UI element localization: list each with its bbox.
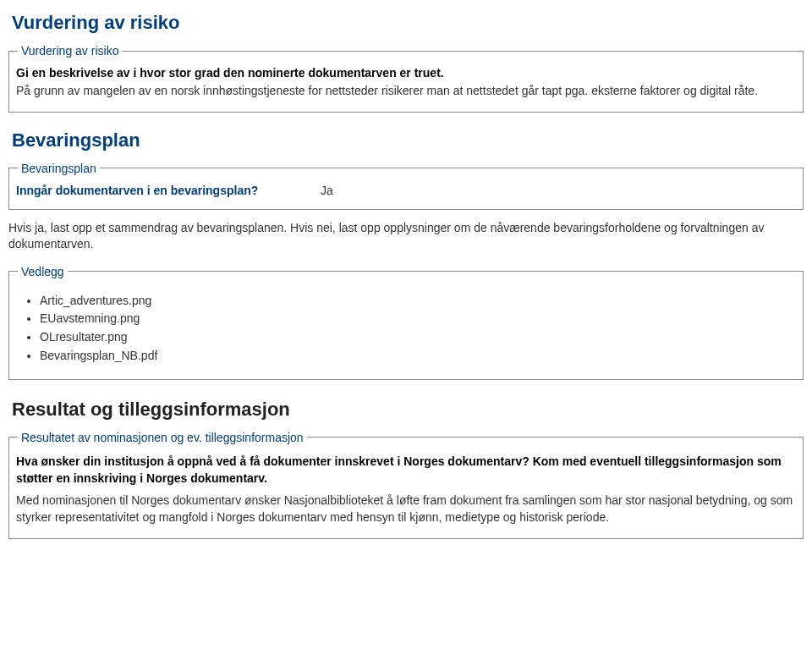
preservation-answer: Ja	[321, 184, 333, 197]
preservation-qa-row: Inngår dokumentarven i en bevaringsplan?…	[16, 184, 796, 197]
risk-prompt: Gi en beskrivelse av i hvor stor grad de…	[16, 66, 796, 80]
fieldset-result: Resultatet av nominasjonen og ev. tilleg…	[8, 431, 804, 539]
result-question: Hva ønsker din institusjon å oppnå ved å…	[16, 453, 796, 487]
attachment-item: OLresultater.png	[40, 328, 796, 347]
fieldset-risk: Vurdering av risiko Gi en beskrivelse av…	[8, 44, 804, 113]
legend-attachments: Vedlegg	[18, 265, 68, 278]
preservation-instruction: Hvis ja, last opp et sammendrag av bevar…	[8, 220, 804, 253]
risk-body: På grunn av mangelen av en norsk innhøst…	[16, 83, 796, 100]
fieldset-attachments: Vedlegg Artic_adventures.png EUavstemnin…	[8, 265, 804, 380]
legend-risk: Vurdering av risiko	[18, 44, 122, 58]
attachment-item: Artic_adventures.png	[40, 292, 796, 311]
result-answer: Med nominasjonen til Norges dokumentarv …	[16, 492, 796, 526]
attachment-item: EUavstemning.png	[40, 310, 796, 328]
section-title-risk: Vurdering av risiko	[0, 5, 812, 37]
attachment-list: Artic_adventures.png EUavstemning.png OL…	[40, 292, 796, 366]
section-title-result: Resultat og tilleggsinformasjon	[0, 390, 812, 424]
legend-result: Resultatet av nominasjonen og ev. tilleg…	[18, 431, 307, 444]
section-title-preservation: Bevaringsplan	[0, 123, 812, 155]
preservation-question: Inngår dokumentarven i en bevaringsplan?	[16, 184, 321, 197]
fieldset-preservation: Bevaringsplan Inngår dokumentarven i en …	[8, 162, 804, 210]
attachment-item: Bevaringsplan_NB.pdf	[40, 347, 796, 366]
legend-preservation: Bevaringsplan	[18, 162, 100, 175]
